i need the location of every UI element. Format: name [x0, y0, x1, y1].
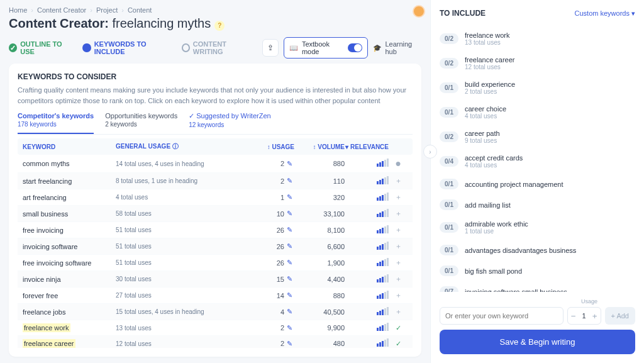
include-item[interactable]: 0/1 accounting project management	[440, 174, 635, 194]
step-keywords[interactable]: KEYWORDS TO INCLUDE	[82, 40, 172, 55]
info-icon[interactable]: ?	[214, 21, 225, 31]
table-row[interactable]: common myths 14 total uses, 4 uses in he…	[18, 155, 413, 173]
count-badge: 0/1	[440, 107, 458, 118]
edit-icon[interactable]: ✎	[284, 340, 294, 348]
edit-icon[interactable]: ✎	[284, 226, 294, 234]
edit-icon[interactable]: ✎	[284, 308, 294, 316]
card-title: KEYWORDS TO CONSIDER	[18, 72, 413, 81]
count-badge: 0/1	[440, 222, 458, 233]
table-header: KEYWORD GENERAL USAGE ⓘ ↕ USAGE ↕ VOLUME…	[18, 138, 413, 155]
tab-suggested[interactable]: ✓ Suggested by WriterZen12 keywords	[189, 112, 270, 134]
add-keyword-icon[interactable]: ＋	[389, 291, 408, 300]
custom-keywords-dropdown[interactable]: Custom keywords ▾	[575, 9, 635, 18]
count-badge: 0/2	[440, 33, 458, 44]
edit-icon[interactable]: ✎	[284, 242, 294, 250]
count-badge: 0/2	[440, 58, 458, 69]
crumb-project[interactable]: Project	[96, 6, 118, 14]
include-item[interactable]: 0/2 career path9 total uses	[440, 125, 635, 149]
count-badge: 0/1	[440, 82, 458, 93]
table-row[interactable]: start freelancing 8 total uses, 1 use in…	[18, 173, 413, 189]
added-icon[interactable]: ✓	[389, 340, 408, 348]
edit-icon[interactable]: ✎	[284, 259, 294, 267]
table-row[interactable]: invoicing software 51 total uses 26 ✎ 6,…	[18, 238, 413, 255]
edit-icon[interactable]: ✎	[284, 209, 294, 218]
count-badge: 0/4	[440, 156, 458, 167]
include-item[interactable]: 0/4 accept credit cards4 total uses	[440, 149, 635, 174]
card-desc: Crafting quality content means making su…	[18, 85, 413, 106]
add-keyword-icon[interactable]: ＋	[389, 193, 408, 202]
add-keyword-icon[interactable]: ＋	[389, 242, 408, 251]
table-row[interactable]: art freelancing 4 total uses 1 ✎ 320 ＋	[18, 189, 413, 206]
breadcrumb: Home› Content Creator› Project› Content	[9, 6, 421, 14]
highlight-icon[interactable]: ●	[389, 158, 408, 169]
learning-hub-link[interactable]: 🎓 Learning hub	[373, 40, 421, 55]
table-row[interactable]: freelance jobs 15 total uses, 4 uses in …	[18, 304, 413, 320]
avatar[interactable]	[413, 5, 425, 18]
include-item[interactable]: 0/1 big fish small pond	[440, 260, 635, 281]
table-row[interactable]: free invoicing software 51 total uses 26…	[18, 255, 413, 271]
edit-icon[interactable]: ✎	[284, 160, 294, 168]
textbook-mode-toggle[interactable]: 📖 Textbook mode	[284, 37, 369, 59]
crumb-cc[interactable]: Content Creator	[37, 6, 86, 14]
edit-icon[interactable]: ✎	[284, 193, 294, 201]
count-badge: 0/7	[440, 286, 458, 292]
usage-stepper[interactable]: − 1 +	[567, 307, 601, 325]
count-badge: 0/1	[440, 179, 458, 189]
collapse-panel-icon[interactable]: ›	[423, 145, 437, 159]
include-item[interactable]: 0/1 admirable work ethic1 total use	[440, 215, 635, 240]
add-keyword-icon[interactable]: ＋	[389, 176, 408, 186]
include-item[interactable]: 0/1 career choice4 total uses	[440, 100, 635, 125]
step-outline[interactable]: ✓OUTLINE TO USE	[9, 40, 74, 55]
add-keyword-icon[interactable]: ＋	[389, 274, 408, 284]
stepper-minus[interactable]: −	[568, 308, 579, 324]
count-badge: 0/1	[440, 265, 458, 276]
stepper-plus[interactable]: +	[589, 308, 601, 324]
add-button[interactable]: + Add	[605, 307, 635, 325]
include-item[interactable]: 0/1 advantages disadvantages business	[440, 240, 635, 260]
include-item[interactable]: 0/1 build experience2 total uses	[440, 75, 635, 100]
edit-icon[interactable]: ✎	[284, 324, 294, 332]
table-row[interactable]: freelance career 12 total uses 2 ✎ 480 ✓	[18, 336, 413, 348]
added-icon[interactable]: ✓	[389, 324, 408, 332]
edit-icon[interactable]: ✎	[284, 177, 294, 185]
tab-opportunities[interactable]: Opportunities keywords2 keywords	[105, 112, 177, 134]
include-item[interactable]: 0/2 freelance career12 total uses	[440, 51, 635, 75]
crumb-home[interactable]: Home	[9, 6, 27, 14]
include-item[interactable]: 0/1 add mailing list	[440, 194, 635, 215]
include-item[interactable]: 0/7 invoicing software small business	[440, 281, 635, 292]
table-row[interactable]: free invoicing 51 total uses 26 ✎ 8,100 …	[18, 222, 413, 238]
table-row[interactable]: forever free 27 total uses 14 ✎ 880 ＋	[18, 288, 413, 304]
table-row[interactable]: freelance work 13 total uses 2 ✎ 9,900 ✓	[18, 320, 413, 336]
edit-icon[interactable]: ✎	[284, 275, 294, 283]
add-keyword-icon[interactable]: ＋	[389, 307, 408, 316]
add-keyword-icon[interactable]: ＋	[389, 258, 408, 267]
count-badge: 0/1	[440, 199, 458, 210]
share-icon[interactable]: ⇪	[262, 39, 279, 57]
crumb-content[interactable]: Content	[128, 6, 152, 14]
step-writing[interactable]: CONTENT WRITING	[182, 40, 253, 55]
side-title: TO INCLUDE	[440, 9, 486, 18]
page-title: Content Creator: freelancing myths?	[9, 16, 421, 31]
include-item[interactable]: 0/2 freelance work13 total uses	[440, 26, 635, 51]
add-keyword-icon[interactable]: ＋	[389, 225, 408, 235]
table-row[interactable]: invoice ninja 30 total uses 15 ✎ 4,400 ＋	[18, 271, 413, 288]
keyword-input[interactable]	[440, 307, 564, 325]
edit-icon[interactable]: ✎	[284, 291, 294, 299]
count-badge: 0/1	[440, 245, 458, 255]
add-keyword-icon[interactable]: ＋	[389, 209, 408, 218]
save-begin-button[interactable]: Save & Begin writing	[440, 330, 635, 354]
table-row[interactable]: small business 58 total uses 10 ✎ 33,100…	[18, 206, 413, 222]
tab-competitor[interactable]: Competitor's keywords178 keywords	[18, 112, 94, 134]
count-badge: 0/2	[440, 131, 458, 142]
